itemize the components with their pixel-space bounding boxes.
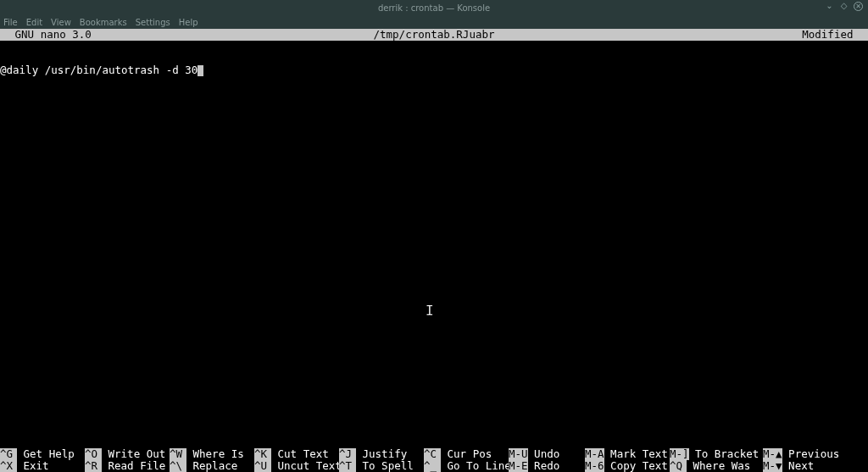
shortcut-label-uncut-text: Uncut Text [271, 460, 342, 472]
shortcut-key-mark-text: M-A [585, 448, 604, 460]
shortcut-label-mark-text: Mark Text [604, 448, 668, 460]
shortcut-label-justify: Justify [356, 448, 407, 460]
menu-edit[interactable]: Edit [26, 18, 42, 27]
menu-help[interactable]: Help [179, 18, 198, 27]
shortcut-label-copy-text: Copy Text [604, 460, 668, 472]
shortcut-label-write-out: Write Out [102, 448, 165, 460]
shortcut-label-replace: Replace [186, 460, 237, 472]
shortcut-key-previous: M-▲ [763, 448, 782, 460]
shortcut-label-go-to-line: Go To Line [441, 460, 511, 472]
shortcut-key-replace: ^\ [170, 460, 186, 472]
maximize-icon[interactable]: ◇ [839, 2, 849, 11]
nano-filename: /tmp/crontab.RJuabr [0, 29, 868, 41]
menu-bookmarks[interactable]: Bookmarks [80, 18, 127, 27]
menu-view[interactable]: View [51, 18, 71, 27]
shortcut-key-copy-text: M-6 [585, 460, 604, 472]
shortcut-label-previous: Previous [782, 448, 840, 460]
window-controls: ⌄ ◇ ✕ [825, 2, 863, 11]
shortcut-label-to-spell: To Spell [356, 460, 414, 472]
nano-shortcut-bar: ^G Get Help ^X Exit ^O Write Out ^R Read… [0, 448, 868, 472]
ibeam-cursor-icon: I [426, 305, 434, 317]
shortcut-key-undo: M-U [509, 448, 528, 460]
shortcut-label-undo: Undo [528, 448, 560, 460]
shortcut-key-get-help: ^G [0, 448, 17, 460]
shortcut-key-redo: M-E [509, 460, 528, 472]
window-titlebar: derrik : crontab — Konsole ⌄ ◇ ✕ [0, 0, 868, 15]
shortcut-key-uncut-text: ^U [254, 460, 271, 472]
nano-status: Modified [802, 29, 860, 41]
shortcut-key-read-file: ^R [85, 460, 102, 472]
shortcut-label-where-is: Where Is [186, 448, 244, 460]
terminal[interactable]: GNU nano 3.0 /tmp/crontab.RJuabr Modifie… [0, 29, 868, 472]
window-title: derrik : crontab — Konsole [378, 3, 490, 13]
menu-file[interactable]: File [3, 18, 18, 27]
shortcut-key-where-is: ^W [170, 448, 186, 460]
shortcut-label-next: Next [782, 460, 815, 472]
menubar: File Edit View Bookmarks Settings Help [0, 15, 868, 29]
editor-line[interactable]: @daily /usr/bin/autotrash -d 30 [0, 64, 868, 76]
shortcut-key-where-was: ^Q [670, 460, 687, 472]
close-icon[interactable]: ✕ [854, 2, 863, 11]
shortcut-key-cut-text: ^K [254, 448, 271, 460]
shortcut-key-to-bracket: M-] [670, 448, 689, 460]
shortcut-label-get-help: Get Help [17, 448, 75, 460]
shortcut-key-justify: ^J [339, 448, 356, 460]
shortcut-label-exit: Exit [17, 460, 49, 472]
shortcut-label-redo: Redo [528, 460, 560, 472]
shortcut-label-to-bracket: To Bracket [689, 448, 760, 460]
menu-settings[interactable]: Settings [136, 18, 170, 27]
crontab-entry: @daily /usr/bin/autotrash -d 30 [0, 64, 198, 76]
shortcut-key-cur-pos: ^C [424, 448, 441, 460]
shortcut-label-cur-pos: Cur Pos [441, 448, 492, 460]
shortcut-key-next: M-▼ [763, 460, 782, 472]
shortcut-key-write-out: ^O [85, 448, 102, 460]
nano-header-bar: GNU nano 3.0 /tmp/crontab.RJuabr Modifie… [0, 29, 868, 41]
shortcut-label-read-file: Read File [102, 460, 165, 472]
minimize-icon[interactable]: ⌄ [825, 2, 834, 11]
shortcut-key-exit: ^X [0, 460, 17, 472]
shortcut-label-cut-text: Cut Text [271, 448, 329, 460]
shortcut-label-where-was: Where Was [687, 460, 750, 472]
editor-content[interactable]: @daily /usr/bin/autotrash -d 30 [0, 41, 868, 100]
shortcut-key-go-to-line: ^_ [424, 460, 441, 472]
shortcut-key-to-spell: ^T [339, 460, 356, 472]
text-cursor-block [198, 65, 203, 76]
